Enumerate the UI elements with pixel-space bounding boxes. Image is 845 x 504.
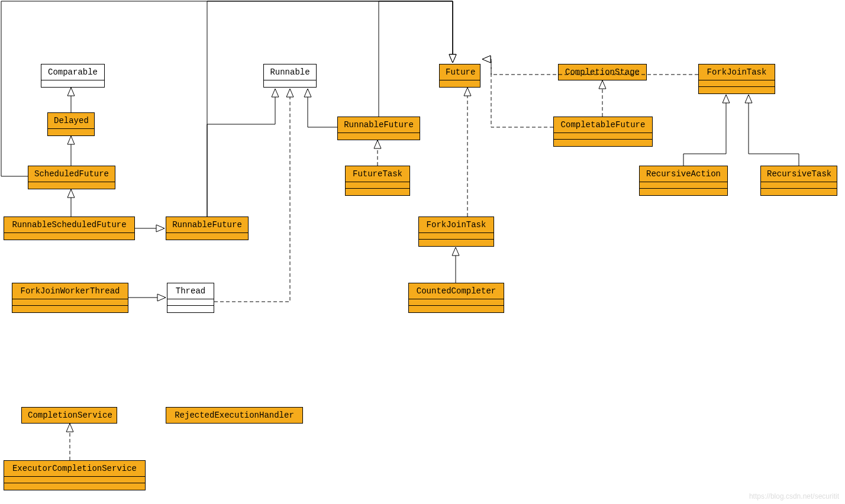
class-recursivetask: RecursiveTask [760, 166, 837, 196]
class-executorcompletionservice: ExecutorCompletionService [4, 460, 146, 490]
class-forkjointask-top: ForkJoinTask [698, 64, 775, 94]
label-future: Future [440, 64, 480, 80]
class-forkjointask-mid: ForkJoinTask [418, 217, 494, 247]
label-runnablescheduledfuture: RunnableScheduledFuture [4, 217, 134, 233]
label-completionservice: CompletionService [22, 408, 117, 423]
class-futuretask: FutureTask [345, 166, 410, 196]
class-runnablescheduledfuture: RunnableScheduledFuture [4, 217, 135, 240]
label-executorcompletionservice: ExecutorCompletionService [4, 461, 145, 477]
class-future: Future [439, 64, 480, 88]
class-runnable: Runnable [263, 64, 317, 88]
label-scheduledfuture: ScheduledFuture [28, 166, 115, 182]
class-runnablefuture-left: RunnableFuture [166, 217, 249, 240]
label-comparable: Comparable [41, 64, 104, 80]
label-completionstage: CompletionStage [559, 64, 646, 80]
label-recursivetask: RecursiveTask [761, 166, 837, 182]
class-scheduledfuture: ScheduledFuture [28, 166, 115, 189]
label-forkjointask-top: ForkJoinTask [699, 64, 775, 80]
watermark: https://blog.csdn.net/securitit [749, 492, 839, 500]
class-thread: Thread [167, 283, 214, 313]
class-forkjoinworkerthread: ForkJoinWorkerThread [12, 283, 128, 313]
label-delayed: Delayed [48, 113, 94, 129]
class-delayed: Delayed [47, 112, 95, 136]
label-forkjointask-mid: ForkJoinTask [419, 217, 494, 233]
class-completionstage: CompletionStage [558, 64, 647, 80]
label-runnablefuture-left: RunnableFuture [166, 217, 248, 233]
label-runnablefuture-mid: RunnableFuture [338, 117, 420, 133]
class-countedcompleter: CountedCompleter [408, 283, 504, 313]
label-countedcompleter: CountedCompleter [409, 283, 504, 299]
label-thread: Thread [167, 283, 214, 299]
class-rejectedexecutionhandler: RejectedExecutionHandler [166, 407, 303, 424]
label-completablefuture: CompletableFuture [554, 117, 652, 133]
label-rejectedexecutionhandler: RejectedExecutionHandler [166, 408, 302, 423]
class-runnablefuture-mid: RunnableFuture [337, 117, 420, 140]
class-comparable: Comparable [41, 64, 105, 88]
label-futuretask: FutureTask [346, 166, 409, 182]
label-runnable: Runnable [264, 64, 316, 80]
label-forkjoinworkerthread: ForkJoinWorkerThread [12, 283, 128, 299]
class-recursiveaction: RecursiveAction [639, 166, 728, 196]
label-recursiveaction: RecursiveAction [640, 166, 727, 182]
class-completionservice: CompletionService [21, 407, 117, 424]
class-completablefuture: CompletableFuture [553, 117, 653, 147]
